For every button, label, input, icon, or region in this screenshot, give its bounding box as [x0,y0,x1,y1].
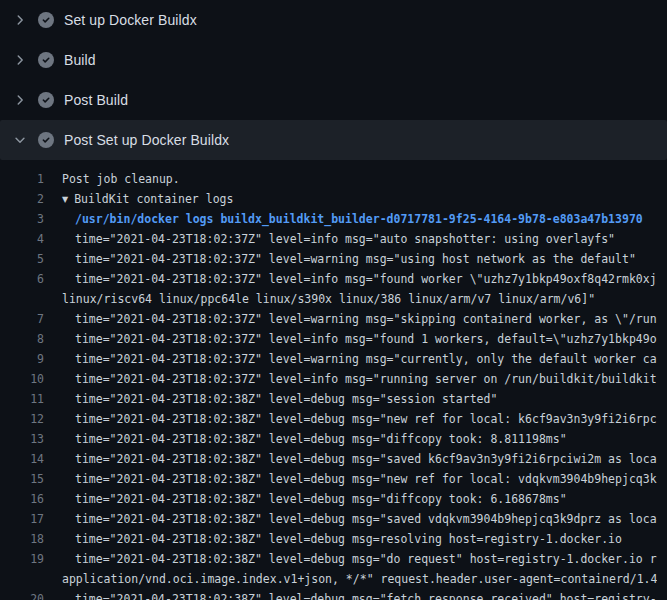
log-text-content: /usr/bin/docker logs buildx_buildkit_bui… [75,212,643,226]
log-text: ▼BuildKit container logs [44,189,233,209]
line-number[interactable]: 16 [0,489,44,509]
log-line: 3 /usr/bin/docker logs buildx_buildkit_b… [0,209,667,229]
log-text-content: time="2021-04-23T18:02:37Z" level=info m… [75,372,657,386]
line-number[interactable]: 12 [0,409,44,429]
log-text: time="2021-04-23T18:02:37Z" level=info m… [44,329,657,349]
collapse-triangle-icon[interactable]: ▼ [62,190,68,209]
check-circle-icon [38,132,54,148]
log-text: Post job cleanup. [44,169,180,189]
step-row[interactable]: Set up Docker Buildx [0,0,667,40]
log-text: time="2021-04-23T18:02:37Z" level=info m… [44,229,615,249]
line-number[interactable]: 15 [0,469,44,489]
log-text: time="2021-04-23T18:02:37Z" level=info m… [44,369,657,389]
log-text: application/vnd.oci.image.index.v1+json,… [44,569,657,589]
log-text-content: Post job cleanup. [62,172,180,186]
line-number[interactable]: 18 [0,529,44,549]
log-text: time="2021-04-23T18:02:38Z" level=debug … [44,529,622,549]
log-text-content: time="2021-04-23T18:02:38Z" level=debug … [75,412,657,426]
log-line: 15 time="2021-04-23T18:02:38Z" level=deb… [0,469,667,489]
log-text: time="2021-04-23T18:02:37Z" level=warnin… [44,249,636,269]
log-line: 14 time="2021-04-23T18:02:38Z" level=deb… [0,449,667,469]
log-text-content: time="2021-04-23T18:02:37Z" level=warnin… [75,352,657,366]
step-row[interactable]: Post Set up Docker Buildx [0,120,667,160]
chevron-right-icon[interactable] [12,92,28,108]
log-text: time="2021-04-23T18:02:38Z" level=debug … [44,489,567,509]
log-text-content: time="2021-04-23T18:02:38Z" level=debug … [75,492,567,506]
step-row[interactable]: Post Build [0,80,667,120]
step-label: Post Set up Docker Buildx [64,132,229,148]
chevron-right-icon[interactable] [12,52,28,68]
log-line: 6 time="2021-04-23T18:02:37Z" level=info… [0,269,667,289]
chevron-down-icon[interactable] [12,132,28,148]
log-text-content: application/vnd.oci.image.index.v1+json,… [62,572,657,586]
check-circle-icon [38,92,54,108]
log-text-content: time="2021-04-23T18:02:38Z" level=debug … [75,592,657,600]
step-label: Post Build [64,92,128,108]
line-number[interactable]: 1 [0,169,44,189]
line-number[interactable]: 11 [0,389,44,409]
line-number[interactable]: 6 [0,269,44,289]
log-text-content: time="2021-04-23T18:02:38Z" level=debug … [75,552,657,566]
log-text: time="2021-04-23T18:02:38Z" level=debug … [44,449,657,469]
line-number[interactable]: 17 [0,509,44,529]
line-number[interactable]: 13 [0,429,44,449]
log-text: time="2021-04-23T18:02:38Z" level=debug … [44,549,657,569]
line-number[interactable] [0,289,44,309]
step-label: Build [64,52,96,68]
line-number[interactable]: 19 [0,549,44,569]
log-line: 2 ▼BuildKit container logs [0,189,667,209]
line-number[interactable]: 4 [0,229,44,249]
log-text-content: BuildKit container logs [74,192,233,206]
log-line: 17 time="2021-04-23T18:02:38Z" level=deb… [0,509,667,529]
step-row[interactable]: Build [0,40,667,80]
log-text: time="2021-04-23T18:02:38Z" level=debug … [44,389,497,409]
log-line: 11 time="2021-04-23T18:02:38Z" level=deb… [0,389,667,409]
check-circle-icon [38,52,54,68]
log-scroll-area[interactable]: 1 Post job cleanup. 2 ▼BuildKit containe… [0,160,667,600]
line-number[interactable]: 7 [0,309,44,329]
log-line: application/vnd.oci.image.index.v1+json,… [0,569,667,589]
steps-section: Set up Docker Buildx Build Post Buil [0,0,667,160]
log-line: 5 time="2021-04-23T18:02:37Z" level=warn… [0,249,667,269]
log-text: linux/riscv64 linux/ppc64le linux/s390x … [44,289,595,309]
log-line: 20 time="2021-04-23T18:02:38Z" level=deb… [0,589,667,600]
log-text-content: time="2021-04-23T18:02:37Z" level=info m… [75,332,657,346]
line-number[interactable]: 3 [0,209,44,229]
log-line: 1 Post job cleanup. [0,169,667,189]
log-text: time="2021-04-23T18:02:37Z" level=warnin… [44,349,657,369]
line-number[interactable]: 14 [0,449,44,469]
line-number[interactable]: 20 [0,589,44,600]
log-text-content: time="2021-04-23T18:02:38Z" level=debug … [75,532,622,546]
log-line: 19 time="2021-04-23T18:02:38Z" level=deb… [0,549,667,569]
log-text-content: time="2021-04-23T18:02:38Z" level=debug … [75,512,657,526]
log-text: time="2021-04-23T18:02:37Z" level=warnin… [44,309,657,329]
log-text-content: time="2021-04-23T18:02:38Z" level=debug … [75,432,567,446]
log-text: time="2021-04-23T18:02:38Z" level=debug … [44,469,657,489]
log-text-content: linux/riscv64 linux/ppc64le linux/s390x … [62,292,595,306]
log-text: time="2021-04-23T18:02:38Z" level=debug … [44,429,567,449]
log-text-content: time="2021-04-23T18:02:37Z" level=info m… [75,272,657,286]
log-line: 18 time="2021-04-23T18:02:38Z" level=deb… [0,529,667,549]
log-text-content: time="2021-04-23T18:02:37Z" level=info m… [75,232,615,246]
line-number[interactable] [0,569,44,589]
line-number[interactable]: 9 [0,349,44,369]
log-line: linux/riscv64 linux/ppc64le linux/s390x … [0,289,667,309]
line-number[interactable]: 5 [0,249,44,269]
line-number[interactable]: 8 [0,329,44,349]
log-text-content: time="2021-04-23T18:02:37Z" level=warnin… [75,312,657,326]
log-line: 4 time="2021-04-23T18:02:37Z" level=info… [0,229,667,249]
chevron-right-icon[interactable] [12,12,28,28]
check-circle-icon [38,12,54,28]
line-number[interactable]: 10 [0,369,44,389]
log-text-content: time="2021-04-23T18:02:37Z" level=warnin… [75,252,636,266]
log-line: 16 time="2021-04-23T18:02:38Z" level=deb… [0,489,667,509]
line-number[interactable]: 2 [0,189,44,209]
log-line: 10 time="2021-04-23T18:02:37Z" level=inf… [0,369,667,389]
log-line: 13 time="2021-04-23T18:02:38Z" level=deb… [0,429,667,449]
log-text-content: time="2021-04-23T18:02:38Z" level=debug … [75,392,497,406]
step-label: Set up Docker Buildx [64,12,197,28]
log-line: 8 time="2021-04-23T18:02:37Z" level=info… [0,329,667,349]
log-text: time="2021-04-23T18:02:38Z" level=debug … [44,409,657,429]
log-text-content: time="2021-04-23T18:02:38Z" level=debug … [75,452,657,466]
log-text: time="2021-04-23T18:02:37Z" level=info m… [44,269,657,289]
